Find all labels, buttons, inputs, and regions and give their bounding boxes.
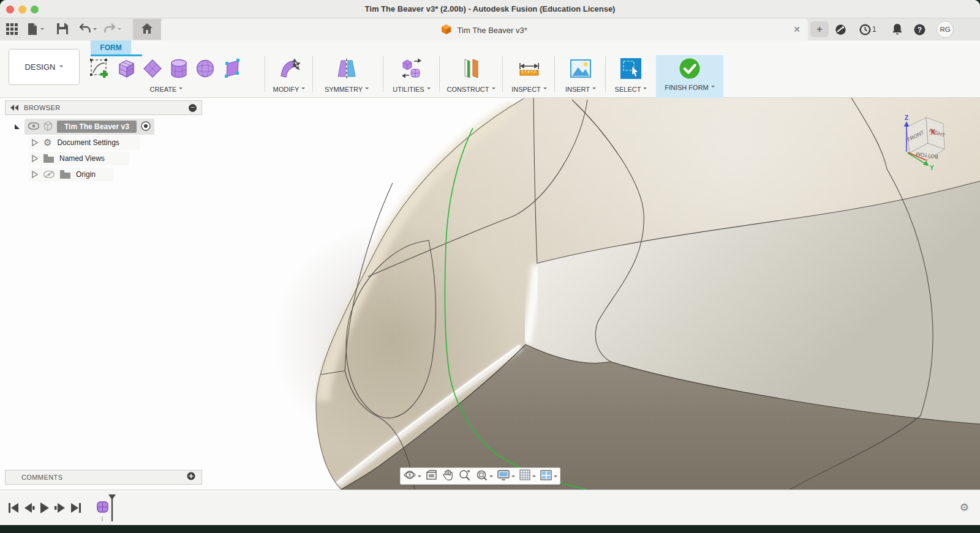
create-group-label[interactable]: CREATE <box>150 86 183 93</box>
job-status-clock-icon[interactable] <box>859 24 871 38</box>
grid-settings-icon[interactable] <box>519 469 530 483</box>
chevron-down-icon <box>592 88 596 91</box>
ribbon-group-insert: INSERT <box>556 56 605 93</box>
orbit-icon[interactable] <box>404 469 416 483</box>
help-icon[interactable]: ? <box>914 24 925 38</box>
ribbon-group-modify: MODIFY <box>262 56 317 93</box>
create-cylinder-icon[interactable] <box>168 58 189 81</box>
redo-chevron-icon[interactable] <box>118 28 121 32</box>
add-comment-icon[interactable] <box>187 472 195 483</box>
activate-radio-icon[interactable] <box>141 121 151 133</box>
notifications-bell-icon[interactable] <box>892 23 903 38</box>
redo-icon[interactable] <box>104 23 115 35</box>
construct-group-label[interactable]: CONSTRUCT <box>447 86 495 93</box>
comments-bar[interactable]: COMMENTS <box>5 470 202 485</box>
document-cube-icon <box>442 27 451 36</box>
display-settings-icon[interactable] <box>497 470 510 483</box>
chevron-down-icon <box>492 88 496 91</box>
save-icon[interactable] <box>57 23 68 37</box>
browser-header[interactable]: BROWSER − <box>5 100 202 115</box>
insert-group-label[interactable]: INSERT <box>565 86 596 93</box>
play-button[interactable] <box>40 502 49 513</box>
ribbon-separator <box>383 56 383 92</box>
collapsed-triangle-icon[interactable] <box>32 139 38 146</box>
collapsed-triangle-icon[interactable] <box>32 155 38 162</box>
finish-form-button[interactable]: FINISH FORM <box>656 55 723 98</box>
browser-item-origin[interactable]: Origin <box>5 166 202 182</box>
workspace-switcher[interactable]: DESIGN <box>9 49 80 85</box>
chevron-down-icon[interactable] <box>418 475 421 479</box>
document-tab[interactable]: Tim The Beaver v3* ✕ <box>161 18 808 40</box>
timeline-playback-controls <box>7 501 87 515</box>
close-tab-icon[interactable]: ✕ <box>791 23 803 35</box>
create-sketch-icon[interactable] <box>89 58 110 81</box>
chevron-down-icon[interactable] <box>489 475 493 479</box>
chevron-down-icon <box>179 88 183 91</box>
undo-icon[interactable] <box>80 23 91 35</box>
collapsed-triangle-icon[interactable] <box>32 171 38 178</box>
browser-item-named-views[interactable]: Named Views <box>5 151 202 166</box>
step-back-button[interactable] <box>24 503 35 513</box>
ribbon-separator <box>605 56 606 92</box>
look-at-icon[interactable] <box>426 470 437 483</box>
chevron-down-icon[interactable] <box>511 475 515 479</box>
utilities-group-label[interactable]: UTILITIES <box>393 86 430 93</box>
go-to-end-button[interactable] <box>71 503 81 513</box>
fusion-window: Tim The Beaver v3* (2.00b) - Autodesk Fu… <box>0 0 980 525</box>
timeline-bar: ⚙ <box>0 490 980 525</box>
preferences-gear-icon[interactable]: ⚙ <box>960 501 969 513</box>
inspect-group-label[interactable]: INSPECT <box>511 86 547 93</box>
file-menu-chevron-icon[interactable] <box>40 28 44 32</box>
create-plane-icon[interactable] <box>142 58 163 81</box>
insert-image-icon[interactable] <box>570 59 591 80</box>
hidden-eye-icon[interactable] <box>43 171 55 178</box>
browser-collapse-icon[interactable]: − <box>189 104 197 112</box>
browser-root-row[interactable]: Tim The Beaver v3 <box>5 119 202 135</box>
ribbon-separator <box>502 56 503 92</box>
step-forward-button[interactable] <box>55 503 65 513</box>
fit-icon[interactable] <box>476 469 488 483</box>
create-sphere-icon[interactable] <box>195 58 216 81</box>
utilities-convert-icon[interactable] <box>401 58 423 82</box>
pan-icon[interactable] <box>443 469 453 483</box>
edit-form-icon[interactable] <box>277 58 301 82</box>
ribbon-group-utilities: UTILITIES <box>385 56 439 93</box>
root-component-label[interactable]: Tim The Beaver v3 <box>57 121 137 133</box>
symmetry-group-label[interactable]: SYMMETRY <box>325 86 369 93</box>
ribbon-group-select: SELECT <box>607 56 655 93</box>
chevron-down-icon[interactable] <box>554 475 557 479</box>
symmetry-icon[interactable] <box>336 58 358 82</box>
app-grid-icon[interactable] <box>6 23 18 37</box>
form-feature-icon[interactable] <box>97 502 108 512</box>
browser-item-document-settings[interactable]: ⚙ Document Settings <box>5 135 202 151</box>
home-button[interactable] <box>133 19 161 40</box>
new-tab-button[interactable]: + <box>810 21 829 37</box>
folder-icon <box>60 170 70 179</box>
svg-text:Y: Y <box>930 165 934 171</box>
select-group-label[interactable]: SELECT <box>615 86 647 93</box>
fusion-app: Tim The Beaver v3* (2.00b) - Autodesk Fu… <box>0 0 980 533</box>
go-to-start-button[interactable] <box>9 503 18 513</box>
zoom-icon[interactable] <box>459 469 470 483</box>
avatar[interactable]: RG <box>937 21 954 38</box>
chevron-down-icon[interactable] <box>532 475 536 479</box>
timeline-marker[interactable] <box>108 494 116 521</box>
chevron-down-icon <box>711 86 715 89</box>
extensions-icon[interactable] <box>835 24 846 38</box>
expanded-triangle-icon[interactable] <box>15 124 20 129</box>
visibility-eye-icon[interactable] <box>28 122 39 132</box>
select-icon[interactable] <box>620 58 641 81</box>
create-face-icon[interactable] <box>221 58 243 81</box>
create-box-icon[interactable] <box>116 58 137 81</box>
tab-form[interactable]: FORM <box>91 40 131 55</box>
construct-plane-icon[interactable] <box>460 58 482 82</box>
viewcube[interactable]: FRONT RIGHT BOTTOM Z X Y <box>891 104 965 174</box>
measure-icon[interactable] <box>518 59 540 80</box>
browser-tree: Tim The Beaver v3 ⚙ Document Settings <box>5 119 202 182</box>
viewports-icon[interactable] <box>540 470 552 483</box>
modify-group-label[interactable]: MODIFY <box>273 86 306 93</box>
undo-chevron-icon[interactable] <box>93 28 97 32</box>
collapse-panel-icon[interactable] <box>10 102 19 113</box>
finish-form-check-icon <box>679 58 701 82</box>
file-menu-icon[interactable] <box>28 23 37 38</box>
